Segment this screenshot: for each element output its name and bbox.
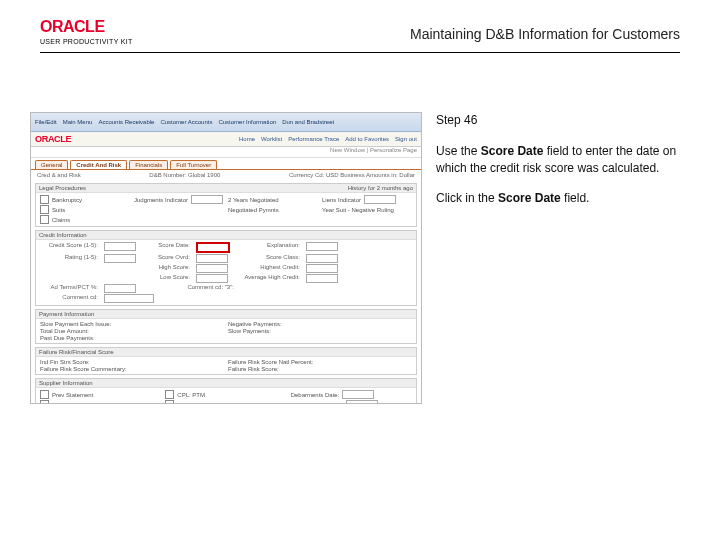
lbl: Debarments Date:: [291, 392, 340, 398]
score-date-input[interactable]: [196, 242, 230, 253]
checkbox[interactable]: [40, 390, 49, 399]
section-title: Failure Risk/Financial Score: [39, 349, 114, 355]
lbl: Liens Indicator: [322, 197, 361, 203]
input[interactable]: [364, 195, 396, 204]
brand-sub: USER PRODUCTIVITY KIT: [40, 38, 133, 45]
section-subright: History for 2 months ago: [348, 185, 413, 191]
tab-full-turnover[interactable]: Full Turnover: [170, 160, 217, 169]
info-left: Cred & and Risk: [37, 172, 81, 178]
rating-input[interactable]: [104, 254, 136, 263]
lbl: Failure Risk Score Commentary:: [40, 366, 127, 372]
debarments-date-input[interactable]: [342, 390, 374, 399]
lbl: Total Due Amount:: [40, 328, 89, 334]
score-class-input[interactable]: [306, 254, 338, 263]
info-strip: Cred & and Risk D&B Number: Global 1900 …: [31, 170, 421, 180]
lbl: Past Due Payments:: [40, 335, 95, 341]
checkbox[interactable]: [40, 195, 49, 204]
lbl: Debarments Count:: [291, 402, 343, 405]
lbl: Low Score:: [142, 274, 192, 283]
section-title: Legal Procedures: [39, 185, 86, 191]
menu-item[interactable]: Customer Information: [218, 119, 276, 125]
lbl-score-date: Score Date:: [142, 242, 192, 253]
debarments-count-input[interactable]: [346, 400, 378, 404]
highest-credit-input[interactable]: [306, 264, 338, 273]
lbl: CPL: PTM: [177, 392, 205, 398]
lbl: Comment cd:: [40, 294, 100, 303]
text: Use the: [436, 144, 481, 158]
menu-item[interactable]: Customer Accounts: [160, 119, 212, 125]
section-title: Credit Information: [39, 232, 87, 238]
section-supplier: Supplier Information Prev Statement CPL:…: [35, 378, 417, 404]
section-title: Payment Information: [39, 311, 94, 317]
nav-link[interactable]: Worklist: [261, 136, 282, 142]
credit-score-input[interactable]: [104, 242, 136, 251]
menu-item[interactable]: Accounts Receivable: [98, 119, 154, 125]
tab-general[interactable]: General: [35, 160, 68, 169]
lbl: Explanation:: [240, 242, 302, 253]
lbl: Suits: [52, 207, 65, 213]
text: Click in the: [436, 191, 498, 205]
lbl: Average High Credit:: [240, 274, 302, 283]
lbl: Claims: [52, 217, 70, 223]
checkbox[interactable]: [40, 400, 49, 404]
lbl: High Score:: [142, 264, 192, 273]
menu-item[interactable]: Main Menu: [63, 119, 93, 125]
step-label: Step 46: [436, 112, 686, 129]
lbl: Ad Terms/PCT %:: [40, 284, 100, 293]
lbl: Score Ovrd:: [142, 254, 192, 263]
app-brandbar: ORACLE Home Worklist Performance Trace A…: [31, 132, 421, 147]
lbl: Women Owned: [177, 402, 218, 405]
checkbox[interactable]: [40, 215, 49, 224]
page-title: Maintaining D&B Information for Customer…: [410, 26, 680, 42]
menu-item[interactable]: Dun and Bradstreet: [282, 119, 334, 125]
toolbar-links[interactable]: New Window | Personalize Page: [330, 147, 417, 153]
lbl: Rating (1-5):: [40, 254, 100, 263]
section-title: Supplier Information: [39, 380, 93, 386]
instruction-2: Click in the Score Date field.: [436, 190, 686, 207]
lbl: Negative Payments:: [228, 321, 282, 327]
high-score-input[interactable]: [196, 264, 228, 273]
nav-link[interactable]: Home: [239, 136, 255, 142]
lbl: Highest Credit:: [240, 264, 302, 273]
nav-link[interactable]: Sign out: [395, 136, 417, 142]
instruction-panel: Step 46 Use the Score Date field to ente…: [436, 112, 686, 221]
avg-high-credit-input[interactable]: [306, 274, 338, 283]
section-payment: Payment Information Slow Payment Each Is…: [35, 309, 417, 344]
instruction-1: Use the Score Date field to enter the da…: [436, 143, 686, 177]
lbl: Comment cd: "3":: [142, 284, 236, 293]
low-score-input[interactable]: [196, 274, 228, 283]
checkbox[interactable]: [40, 205, 49, 214]
app-brand: ORACLE: [35, 134, 71, 144]
app-toolbar: New Window | Personalize Page: [31, 147, 421, 158]
lbl: Failure Risk Score:: [228, 366, 279, 372]
checkbox[interactable]: [165, 390, 174, 399]
info-mid: D&B Number: Global 1900: [149, 172, 220, 178]
lbl: Failure Risk Score Natl Percent:: [228, 359, 313, 365]
tab-credit-and-risk[interactable]: Credit And Risk: [70, 160, 127, 169]
tab-financials[interactable]: Financials: [129, 160, 168, 169]
lbl: Bankruptcy: [52, 197, 82, 203]
lbl: Prev Statement: [52, 392, 93, 398]
text: field.: [561, 191, 590, 205]
oracle-upk-logo: ORACLE USER PRODUCTIVITY KIT: [40, 18, 133, 45]
lbl: Negotiated Pymnts: [228, 207, 279, 213]
nav-link[interactable]: Add to Favorites: [345, 136, 389, 142]
explanation-input[interactable]: [306, 242, 338, 251]
comment-input[interactable]: [104, 294, 154, 303]
score-ovrd-input[interactable]: [196, 254, 228, 263]
input[interactable]: [191, 195, 223, 204]
checkbox[interactable]: [165, 400, 174, 404]
nav-link[interactable]: Performance Trace: [288, 136, 339, 142]
lbl: Score Class:: [240, 254, 302, 263]
section-credit: Credit Information Credit Score (1-5): S…: [35, 230, 417, 306]
lbl: Credit Score (1-5):: [40, 242, 100, 253]
header-rule: [40, 52, 680, 53]
bold-text: Score Date: [498, 191, 561, 205]
lbl: Minority Owned: [52, 402, 94, 405]
ad-terms-input[interactable]: [104, 284, 136, 293]
menu-item[interactable]: File/Edit: [35, 119, 57, 125]
app-screenshot: File/Edit Main Menu Accounts Receivable …: [30, 112, 422, 404]
section-failure: Failure Risk/Financial Score Ind Fin Str…: [35, 347, 417, 375]
lbl: 2 Years Negotiated: [228, 197, 279, 203]
section-legal: Legal Procedures History for 2 months ag…: [35, 183, 417, 227]
